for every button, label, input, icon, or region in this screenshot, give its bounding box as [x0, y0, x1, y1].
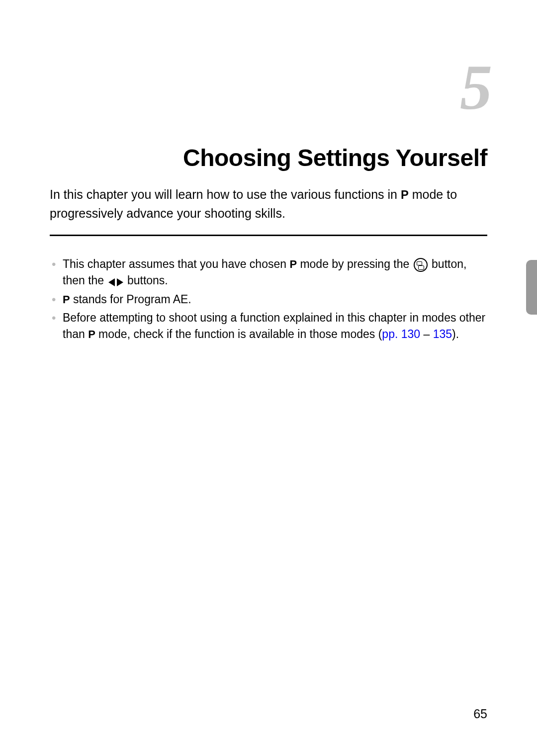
p-mode-icon: P — [289, 256, 297, 272]
p-mode-icon: P — [401, 186, 409, 204]
list-item: This chapter assumes that you have chose… — [50, 256, 487, 289]
list-item: Before attempting to shoot using a funct… — [50, 310, 487, 343]
bullet-list: This chapter assumes that you have chose… — [50, 256, 487, 343]
bullet-text: mode, check if the function is available… — [95, 328, 378, 340]
chapter-intro: In this chapter you will learn how to us… — [50, 185, 487, 236]
thumb-tab — [526, 260, 537, 315]
paren-close: ). — [452, 328, 459, 340]
intro-text-1: In this chapter you will learn how to us… — [50, 187, 401, 201]
bullet-text: stands for Program AE. — [70, 293, 191, 306]
page-reference-link[interactable]: 135 — [433, 328, 452, 340]
page-number: 65 — [473, 707, 487, 721]
list-item: P stands for Program AE. — [50, 291, 487, 308]
page-reference-link[interactable]: pp. 130 — [382, 328, 420, 340]
manual-page: 5 Choosing Settings Yourself In this cha… — [0, 0, 537, 756]
bullet-text: mode by pressing the — [297, 257, 413, 270]
chapter-title: Choosing Settings Yourself — [50, 144, 487, 171]
bullet-text: buttons. — [124, 274, 168, 287]
svg-marker-0 — [108, 278, 115, 286]
p-mode-icon: P — [63, 292, 70, 308]
svg-marker-1 — [117, 278, 123, 286]
chapter-number: 5 — [50, 50, 492, 124]
dash-text: – — [420, 328, 433, 340]
left-right-arrows-icon — [108, 276, 123, 287]
bullet-text: This chapter assumes that you have chose… — [63, 257, 289, 270]
p-mode-icon: P — [88, 327, 95, 342]
mode-button-icon — [414, 258, 428, 272]
